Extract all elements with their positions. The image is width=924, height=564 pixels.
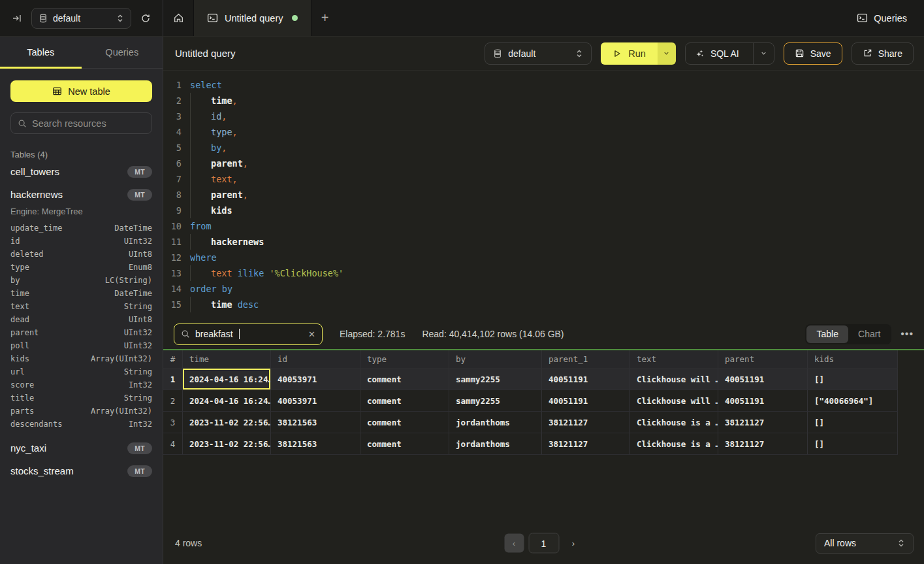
table-cell[interactable]: 40053971	[271, 390, 360, 412]
results-table: #timeidtypebyparent_1textparentkids12024…	[163, 349, 924, 455]
column-row: kidsArray(UInt32)	[10, 352, 152, 365]
column-type: Int32	[129, 380, 152, 390]
save-button[interactable]: Save	[784, 42, 842, 65]
editor-line[interactable]: 3id,	[163, 108, 924, 124]
table-cell[interactable]: 40051191	[718, 390, 808, 412]
editor-line[interactable]: 2time,	[163, 93, 924, 108]
column-type: String	[124, 393, 152, 403]
editor-line[interactable]: 8parent,	[163, 187, 924, 203]
table-cell[interactable]: 38121563	[271, 412, 360, 433]
editor-line[interactable]: 9kids	[163, 203, 924, 218]
prev-page-button[interactable]: ‹	[504, 534, 524, 553]
sidebar-tab-queries[interactable]: Queries	[82, 37, 163, 68]
next-page-button[interactable]: ›	[564, 534, 583, 553]
editor-line[interactable]: 13text ilike '%ClickHouse%'	[163, 265, 924, 281]
table-cell[interactable]: 4	[163, 433, 183, 455]
table-cell[interactable]: []	[808, 433, 898, 455]
run-button-label: Run	[628, 48, 646, 59]
editor-line[interactable]: 11hackernews	[163, 234, 924, 250]
new-table-button[interactable]: New table	[10, 80, 152, 102]
table-cell[interactable]: 38121127	[542, 412, 630, 433]
sidebar-search-input[interactable]	[32, 118, 145, 129]
page-size-selector[interactable]: All rows	[816, 533, 914, 554]
new-tab-button[interactable]: +	[311, 0, 338, 36]
view-toggle-table[interactable]: Table	[806, 325, 848, 343]
table-cell[interactable]: comment	[360, 390, 449, 412]
editor-line[interactable]: 4type,	[163, 124, 924, 140]
page-number-input[interactable]	[528, 533, 559, 554]
tab-untitled-query[interactable]: Untitled query	[193, 0, 311, 36]
editor-line[interactable]: 14order by	[163, 281, 924, 297]
table-cell[interactable]: comment	[360, 433, 449, 455]
table-cell[interactable]: 2023-11-02 22:56…	[183, 433, 271, 455]
refresh-button[interactable]	[138, 10, 153, 26]
sql-editor[interactable]: 1select2time,3id,4type,5by,6parent,7text…	[163, 71, 924, 319]
sidebar-table-hackernews[interactable]: hackernewsMT	[10, 184, 152, 205]
selected-cell[interactable]: 2024-04-16 16:24…	[183, 369, 271, 390]
table-cell[interactable]: 38121563	[271, 433, 360, 455]
table-cell[interactable]: 2024-04-16 16:24…	[183, 390, 271, 412]
database-selector[interactable]: default	[31, 8, 131, 29]
table-cell[interactable]: ["40066964"]	[808, 390, 898, 412]
table-cell[interactable]: Clickhouse will …	[630, 369, 718, 390]
sidebar-table-stocks_stream[interactable]: stocks_streamMT	[10, 460, 152, 482]
queries-button[interactable]: Queries	[857, 12, 907, 24]
sql-ai-options[interactable]	[753, 43, 774, 64]
table-cell[interactable]: comment	[360, 412, 449, 433]
home-tab[interactable]	[163, 0, 193, 36]
editor-line[interactable]: 5by,	[163, 140, 924, 156]
results-search[interactable]: breakfast ✕	[174, 323, 323, 345]
editor-line[interactable]: 10from	[163, 218, 924, 234]
sidebar-table-cell_towers[interactable]: cell_towersMT	[10, 161, 152, 182]
table-cell[interactable]: 40053971	[271, 369, 360, 390]
column-name: title	[10, 393, 34, 403]
line-number: 10	[163, 218, 182, 234]
view-toggle-chart[interactable]: Chart	[848, 325, 890, 343]
table-cell[interactable]: comment	[360, 369, 449, 390]
results-more-button[interactable]: •••	[900, 328, 914, 340]
sql-ai-button[interactable]: SQL AI	[685, 42, 774, 65]
editor-line[interactable]: 7text,	[163, 171, 924, 187]
column-name: id	[10, 237, 20, 246]
table-cell[interactable]: Clickhouse is a …	[630, 433, 718, 455]
sidebar-tab-tables[interactable]: Tables	[0, 37, 82, 68]
table-cell[interactable]: Clickhouse is a …	[630, 412, 718, 433]
line-code: by,	[190, 140, 227, 156]
tables-section-title: Tables (4)	[10, 150, 152, 159]
line-number: 5	[163, 140, 182, 156]
table-cell[interactable]: 40051191	[542, 369, 630, 390]
table-cell[interactable]: 2	[163, 390, 183, 412]
table-list: cell_towersMThackernewsMTEngine: MergeTr…	[10, 161, 152, 482]
clear-search-button[interactable]: ✕	[308, 329, 315, 339]
table-cell[interactable]: 38121127	[718, 433, 808, 455]
table-cell[interactable]: []	[808, 369, 898, 390]
editor-line[interactable]: 12where	[163, 250, 924, 265]
table-cell[interactable]: 38121127	[542, 433, 630, 455]
query-database-selector[interactable]: default	[485, 42, 592, 65]
run-button[interactable]: Run	[601, 42, 658, 65]
collapse-sidebar-button[interactable]	[9, 10, 25, 26]
table-cell[interactable]: 2023-11-02 22:56…	[183, 412, 271, 433]
results-footer: 4 rows ‹ › All rows	[163, 522, 924, 564]
run-options-button[interactable]	[658, 42, 676, 65]
table-cell[interactable]: sammy2255	[449, 369, 542, 390]
table-cell[interactable]: 3	[163, 412, 183, 433]
editor-line[interactable]: 15time desc	[163, 297, 924, 312]
editor-line[interactable]: 6parent,	[163, 156, 924, 171]
column-name: deleted	[10, 250, 44, 259]
table-cell[interactable]: []	[808, 412, 898, 433]
table-cell[interactable]: 40051191	[718, 369, 808, 390]
table-cell[interactable]: 40051191	[542, 390, 630, 412]
share-button[interactable]: Share	[852, 42, 914, 65]
editor-line[interactable]: 1select	[163, 77, 924, 93]
sidebar-table-nyc_taxi[interactable]: nyc_taxiMT	[10, 437, 152, 459]
table-cell[interactable]: jordanthoms	[449, 433, 542, 455]
top-bar: default Untitled query +	[0, 0, 924, 37]
line-code: text,	[190, 171, 238, 187]
table-cell[interactable]: jordanthoms	[449, 412, 542, 433]
table-cell[interactable]: 1	[163, 369, 183, 390]
table-cell[interactable]: sammy2255	[449, 390, 542, 412]
table-cell[interactable]: Clickhouse will …	[630, 390, 718, 412]
table-cell[interactable]: 38121127	[718, 412, 808, 433]
sidebar-search[interactable]	[10, 112, 152, 134]
